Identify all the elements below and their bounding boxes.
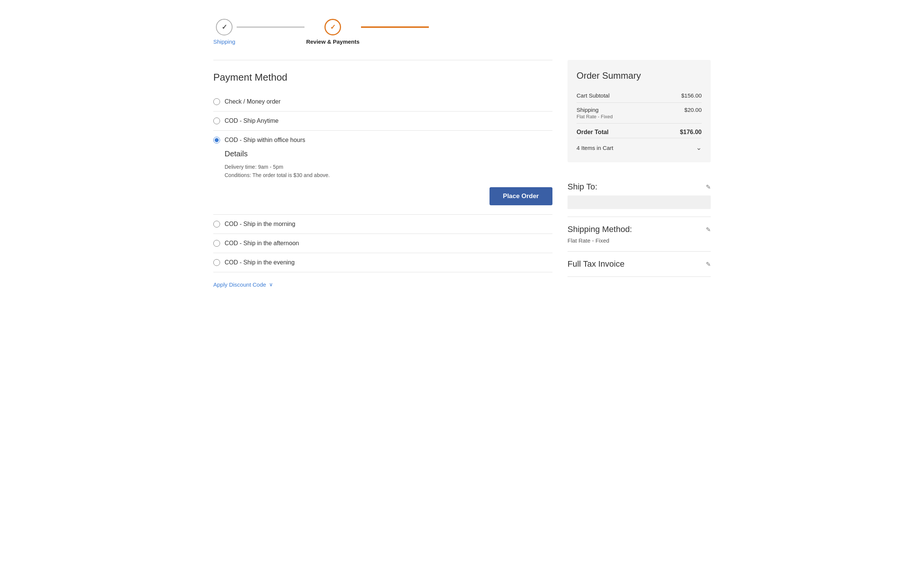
- items-in-cart-row[interactable]: 4 Items in Cart ⌄: [577, 138, 702, 152]
- place-order-row: Place Order: [213, 187, 552, 205]
- shipping-row: Shipping Flat Rate - Fixed $20.00: [577, 103, 702, 124]
- radio-cod-afternoon[interactable]: [213, 240, 220, 247]
- label-cod-afternoon[interactable]: COD - Ship in the afternoon: [225, 240, 299, 247]
- radio-cod-morning[interactable]: [213, 221, 220, 228]
- checkmark-icon-2: ✓: [330, 23, 336, 31]
- label-cod-morning[interactable]: COD - Ship in the morning: [225, 221, 295, 228]
- order-total-row: Order Total $176.00: [577, 124, 702, 138]
- label-check[interactable]: Check / Money order: [225, 98, 281, 105]
- radio-cod-office[interactable]: [213, 137, 220, 144]
- items-in-cart-chevron[interactable]: ⌄: [696, 144, 702, 152]
- progress-line-left: [237, 26, 304, 28]
- order-total-label: Order Total: [577, 129, 609, 136]
- order-summary-box: Order Summary Cart Subtotal $156.00 Ship…: [568, 60, 711, 162]
- payment-option-cod-morning[interactable]: COD - Ship in the morning: [213, 215, 552, 234]
- tax-invoice-title: Full Tax Invoice: [568, 259, 624, 269]
- tax-invoice-header: Full Tax Invoice ✎: [568, 259, 711, 269]
- ship-to-header: Ship To: ✎: [568, 182, 711, 192]
- step-shipping-circle: ✓: [216, 19, 233, 35]
- step-review-label: Review & Payments: [306, 38, 360, 45]
- payment-option-cod-anytime[interactable]: COD - Ship Anytime: [213, 111, 552, 131]
- selected-option-row[interactable]: COD - Ship within office hours: [213, 137, 552, 144]
- payment-details-box: Details Delivery time: 9am - 5pm Conditi…: [225, 150, 552, 180]
- details-text-line2: Conditions: The order total is $30 and a…: [225, 171, 552, 179]
- payment-option-cod-afternoon[interactable]: COD - Ship in the afternoon: [213, 234, 552, 253]
- items-in-cart-label: 4 Items in Cart: [577, 145, 613, 151]
- label-cod-evening[interactable]: COD - Ship in the evening: [225, 259, 295, 266]
- label-cod-anytime[interactable]: COD - Ship Anytime: [225, 118, 278, 124]
- shipping-value: $20.00: [684, 107, 702, 113]
- discount-section[interactable]: Apply Discount Code ∨: [213, 281, 552, 288]
- shipping-method-value: Flat Rate - Fixed: [568, 237, 711, 244]
- tax-invoice-edit-icon[interactable]: ✎: [706, 261, 711, 268]
- ship-to-edit-icon[interactable]: ✎: [706, 183, 711, 191]
- payment-method-title: Payment Method: [213, 72, 552, 83]
- right-panel: Order Summary Cart Subtotal $156.00 Ship…: [568, 60, 711, 277]
- order-total-value: $176.00: [680, 129, 702, 136]
- payment-option-check[interactable]: Check / Money order: [213, 92, 552, 111]
- cart-subtotal-label: Cart Subtotal: [577, 92, 610, 99]
- chevron-down-icon[interactable]: ∨: [269, 281, 273, 287]
- payment-option-cod-office[interactable]: COD - Ship within office hours Details D…: [213, 131, 552, 215]
- shipping-method-header: Shipping Method: ✎: [568, 224, 711, 234]
- label-cod-office[interactable]: COD - Ship within office hours: [225, 137, 305, 144]
- details-text-line1: Delivery time: 9am - 5pm: [225, 163, 552, 171]
- ship-to-content: [568, 195, 711, 209]
- place-order-button[interactable]: Place Order: [490, 187, 552, 205]
- shipping-method-edit-icon[interactable]: ✎: [706, 226, 711, 233]
- checkmark-icon: ✓: [222, 23, 227, 31]
- step-review[interactable]: ✓ Review & Payments: [306, 19, 360, 45]
- ship-to-section: Ship To: ✎: [568, 174, 711, 217]
- cart-subtotal-row: Cart Subtotal $156.00: [577, 89, 702, 103]
- cart-subtotal-value: $156.00: [681, 92, 702, 99]
- details-title: Details: [225, 150, 552, 158]
- progress-bar: ✓ Shipping ✓ Review & Payments: [213, 11, 711, 60]
- step-shipping-label[interactable]: Shipping: [213, 38, 235, 45]
- ship-to-title: Ship To:: [568, 182, 597, 192]
- radio-check[interactable]: [213, 98, 220, 105]
- payment-option-cod-evening[interactable]: COD - Ship in the evening: [213, 253, 552, 272]
- shipping-sublabel: Flat Rate - Fixed: [577, 114, 613, 119]
- tax-invoice-section: Full Tax Invoice ✎: [568, 252, 711, 277]
- discount-label[interactable]: Apply Discount Code: [213, 281, 266, 288]
- step-shipping[interactable]: ✓ Shipping: [213, 19, 235, 45]
- progress-line-right: [361, 26, 429, 28]
- main-layout: Payment Method Check / Money order COD -…: [213, 60, 711, 288]
- step-review-circle: ✓: [324, 19, 341, 35]
- shipping-method-title: Shipping Method:: [568, 224, 632, 234]
- radio-cod-anytime[interactable]: [213, 118, 220, 124]
- left-panel: Payment Method Check / Money order COD -…: [213, 60, 552, 288]
- radio-cod-evening[interactable]: [213, 259, 220, 266]
- shipping-method-section: Shipping Method: ✎ Flat Rate - Fixed: [568, 217, 711, 252]
- shipping-label: Shipping: [577, 107, 613, 113]
- order-summary-title: Order Summary: [577, 70, 702, 81]
